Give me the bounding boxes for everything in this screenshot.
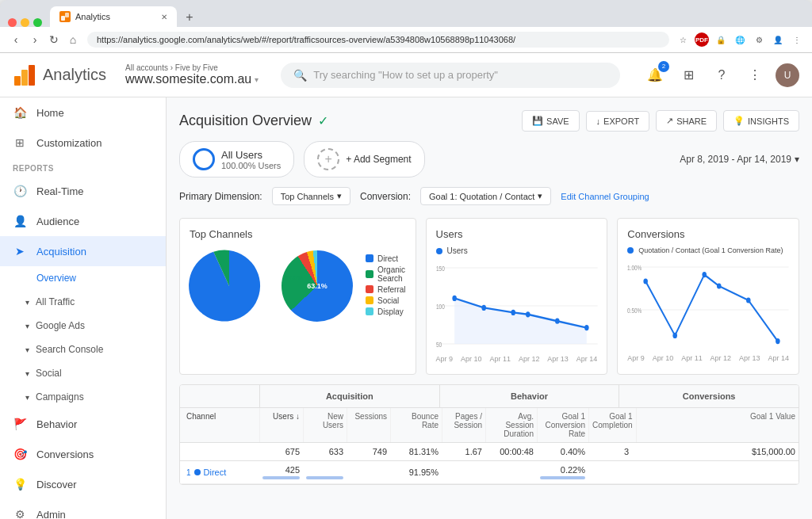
sidebar-item-discover[interactable]: 💡 Discover: [0, 469, 166, 499]
svg-point-21: [644, 278, 649, 284]
col-goal1-value[interactable]: Goal 1 Value: [636, 408, 799, 442]
top-channels-chart: Top Channels: [179, 218, 416, 375]
minimize-button[interactable]: [21, 18, 29, 27]
apps-button[interactable]: ⊞: [676, 63, 701, 88]
close-button[interactable]: [8, 18, 17, 27]
extension-icon-3[interactable]: ⚙: [752, 32, 766, 47]
menu-icon[interactable]: ⋮: [790, 32, 804, 47]
sidebar-item-realtime[interactable]: 🕐 Real-Time: [0, 176, 166, 206]
more-button[interactable]: ⋮: [742, 63, 768, 88]
save-button[interactable]: 💾 SAVE: [522, 110, 580, 132]
row-bounce-rate: 91.95%: [390, 464, 442, 481]
col-goal1-rate[interactable]: Goal 1 Conversion Rate: [537, 408, 588, 442]
sidebar-label-conversions: Conversions: [36, 448, 94, 460]
sidebar-sub-searchconsole[interactable]: ▾ Search Console: [0, 338, 166, 361]
row-goal1-value: [632, 468, 799, 476]
sidebar-sub-campaigns[interactable]: ▾ Campaigns: [0, 385, 166, 409]
main-body: 🏠 Home ⊞ Customization REPORTS 🕐 Real-Ti…: [0, 97, 812, 519]
address-bar: ‹ › ↻ ⌂ ☆ PDF 🔒 🌐 ⚙ 👤 ⋮: [0, 27, 812, 53]
col-pages-session[interactable]: Pages / Session: [442, 408, 485, 442]
conversions-chart-title: Conversions: [627, 228, 789, 240]
share-button[interactable]: ↗ SHARE: [656, 110, 717, 132]
browser-window: Analytics ✕ + ‹ › ↻ ⌂ ☆ PDF 🔒 🌐 ⚙ 👤 ⋮: [0, 0, 812, 519]
extension-icon-2[interactable]: 🌐: [733, 32, 747, 47]
sidebar-item-customization[interactable]: ⊞ Customization: [0, 128, 166, 158]
forward-button[interactable]: ›: [27, 32, 43, 48]
back-button[interactable]: ‹: [8, 32, 24, 48]
add-segment-button[interactable]: + + Add Segment: [304, 141, 424, 177]
user-avatar[interactable]: U: [776, 63, 799, 87]
insights-button[interactable]: 💡 INSIGHTS: [723, 110, 799, 132]
reports-section-label: REPORTS: [0, 158, 166, 176]
primary-dimension-select[interactable]: Top Channels ▾: [272, 187, 350, 205]
sidebar-sub-overview[interactable]: Overview: [0, 266, 166, 290]
tab-close-button[interactable]: ✕: [161, 13, 167, 21]
export-button[interactable]: ↓ EXPORT: [586, 111, 650, 132]
conversion-select[interactable]: Goal 1: Quotation / Contact ▾: [420, 187, 551, 205]
report-actions: 💾 SAVE ↓ EXPORT ↗ SHARE 💡: [522, 110, 799, 132]
add-segment-icon: +: [317, 148, 339, 170]
svg-point-11: [452, 296, 457, 301]
sidebar-item-conversions[interactable]: 🎯 Conversions: [0, 439, 166, 469]
sidebar-item-admin[interactable]: ⚙ Admin: [0, 499, 166, 519]
segment-sublabel: 100.00% Users: [221, 161, 281, 170]
sidebar-sub-alltraffic[interactable]: ▾ All Traffic: [0, 290, 166, 314]
col-new-users[interactable]: New Users: [303, 408, 347, 442]
all-users-segment[interactable]: All Users 100.00% Users: [179, 141, 294, 177]
verified-icon: ✓: [318, 113, 328, 128]
col-avg-session[interactable]: Avg. Session Duration: [485, 408, 537, 442]
segment-label: All Users: [221, 149, 281, 161]
conversion-value: Goal 1: Quotation / Contact: [429, 192, 534, 201]
bookmark-icon[interactable]: ☆: [676, 32, 690, 47]
notification-button[interactable]: 🔔 2: [642, 63, 668, 88]
col-goal1-completion[interactable]: Goal 1 Completion: [588, 408, 636, 442]
sidebar-label-audience: Audience: [36, 216, 79, 227]
profile-icon[interactable]: 👤: [771, 32, 785, 47]
svg-rect-0: [61, 16, 65, 21]
table-behavior-header: Behavior: [439, 385, 619, 407]
date-range-text: Apr 8, 2019 - Apr 14, 2019: [680, 154, 791, 165]
audience-icon: 👤: [13, 214, 27, 228]
sidebar-item-acquisition[interactable]: ➤ Acquisition: [0, 236, 166, 266]
row-sessions: [347, 468, 390, 476]
header-search[interactable]: 🔍 Try searching "How to set up a propert…: [281, 63, 620, 88]
traffic-lights: [8, 18, 42, 27]
acquisition-icon: ➤: [13, 244, 27, 258]
url-bar[interactable]: [87, 32, 669, 48]
conversion-label: Conversion:: [360, 191, 411, 202]
total-users: 675: [259, 443, 303, 460]
row-channel-link[interactable]: Direct: [204, 467, 227, 477]
col-sessions[interactable]: Sessions: [347, 408, 390, 442]
pdf-icon[interactable]: PDF: [695, 32, 709, 47]
maximize-button[interactable]: [33, 18, 42, 27]
refresh-button[interactable]: ↻: [46, 32, 62, 48]
report-header: Acquisition Overview ✓ 💾 SAVE ↓ EXPORT: [179, 110, 799, 132]
pie-chart-visual: 27.8% 63.1%: [282, 250, 353, 322]
home-icon: 🏠: [13, 105, 27, 120]
home-nav-button[interactable]: ⌂: [65, 32, 81, 48]
legend-organic: Organic Search: [366, 265, 406, 283]
sidebar-item-home[interactable]: 🏠 Home: [0, 97, 166, 128]
row-pages-session: [442, 468, 485, 476]
sidebar-item-behavior[interactable]: 🚩 Behavior: [0, 409, 166, 439]
discover-icon: 💡: [13, 477, 27, 491]
extension-icon-1[interactable]: 🔒: [714, 32, 728, 47]
site-name[interactable]: www.somesite.com.au ▾: [125, 72, 259, 86]
sidebar-item-audience[interactable]: 👤 Audience: [0, 206, 166, 236]
svg-point-25: [746, 297, 751, 303]
save-icon: 💾: [532, 116, 543, 126]
new-tab-button[interactable]: +: [180, 8, 199, 27]
row-new-users: [303, 461, 347, 483]
help-button[interactable]: ?: [709, 63, 734, 88]
conv-x-label-1: Apr 9: [627, 354, 645, 362]
sidebar-sub-label-googleads: Google Ads: [36, 320, 85, 331]
sidebar-sub-social[interactable]: ▾ Social: [0, 361, 166, 385]
edit-channel-grouping-link[interactable]: Edit Channel Grouping: [561, 192, 649, 201]
conversions-chart-legend: Quotation / Contact (Goal 1 Conversion R…: [627, 246, 789, 254]
date-range-picker[interactable]: Apr 8, 2019 - Apr 14, 2019 ▾: [680, 154, 799, 165]
col-users[interactable]: Users ↓: [259, 408, 303, 442]
conversions-chart: Conversions Quotation / Contact (Goal 1 …: [617, 218, 799, 375]
sidebar-sub-googleads[interactable]: ▾ Google Ads: [0, 314, 166, 338]
active-tab[interactable]: Analytics ✕: [50, 6, 177, 27]
col-bounce-rate[interactable]: Bounce Rate: [390, 408, 442, 442]
